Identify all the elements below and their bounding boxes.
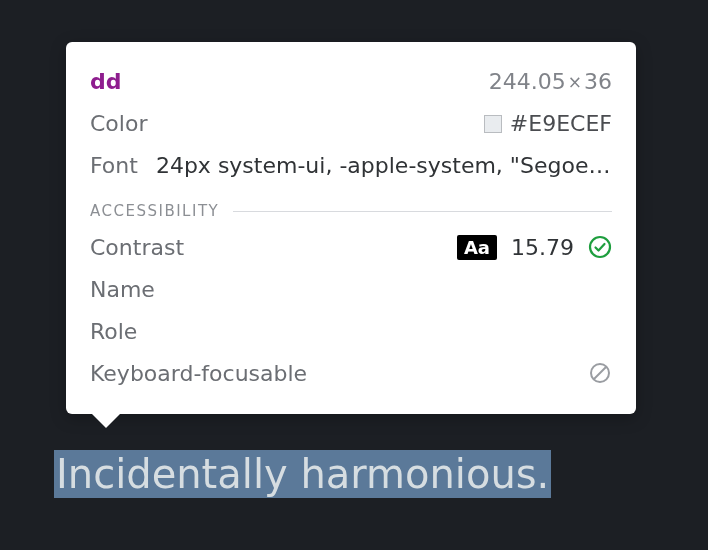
svg-point-0 bbox=[590, 237, 610, 257]
not-focusable-icon bbox=[588, 361, 612, 385]
role-row: Role bbox=[90, 310, 612, 352]
name-row: Name bbox=[90, 268, 612, 310]
accessibility-section-header: ACCESSIBILITY bbox=[90, 202, 612, 220]
element-tag: dd bbox=[90, 69, 122, 94]
section-divider bbox=[233, 211, 612, 212]
highlighted-element[interactable]: Incidentally harmonious. bbox=[54, 450, 551, 498]
element-inspector-tooltip: dd 244.05×36 Color #E9ECEF Font 24px sys… bbox=[66, 42, 636, 414]
svg-line-2 bbox=[594, 367, 606, 379]
font-value: 24px system-ui, -apple-system, "Segoe… bbox=[156, 153, 612, 178]
color-label: Color bbox=[90, 111, 147, 136]
contrast-badge: Aa bbox=[457, 235, 497, 260]
role-label: Role bbox=[90, 319, 137, 344]
color-value: #E9ECEF bbox=[484, 111, 612, 136]
keyboard-focusable-label: Keyboard-focusable bbox=[90, 361, 307, 386]
color-swatch-icon bbox=[484, 115, 502, 133]
color-row: Color #E9ECEF bbox=[90, 102, 612, 144]
element-dimensions: 244.05×36 bbox=[489, 69, 612, 94]
header-row: dd 244.05×36 bbox=[90, 60, 612, 102]
accessibility-section-label: ACCESSIBILITY bbox=[90, 202, 219, 220]
checkmark-pass-icon bbox=[588, 235, 612, 259]
font-row: Font 24px system-ui, -apple-system, "Seg… bbox=[90, 144, 612, 186]
contrast-label: Contrast bbox=[90, 235, 184, 260]
contrast-row: Contrast Aa 15.79 bbox=[90, 226, 612, 268]
contrast-ratio: 15.79 bbox=[511, 235, 574, 260]
contrast-value: Aa 15.79 bbox=[457, 235, 612, 260]
keyboard-focusable-row: Keyboard-focusable bbox=[90, 352, 612, 394]
font-label: Font bbox=[90, 153, 138, 178]
name-label: Name bbox=[90, 277, 155, 302]
